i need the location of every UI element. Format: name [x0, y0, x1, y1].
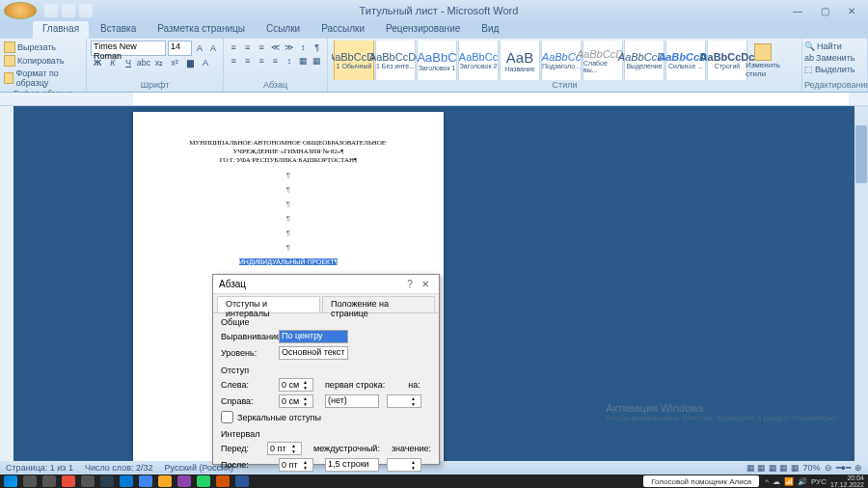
decrease-indent-button[interactable]: ≪	[269, 41, 281, 54]
increase-indent-button[interactable]: ≫	[284, 41, 295, 54]
style-title[interactable]: AaBНазвание	[500, 41, 540, 80]
first-line-select[interactable]: (нет)	[325, 394, 379, 408]
alice-assistant[interactable]: Голосовой помощник Алиса	[643, 475, 759, 487]
font-size-selector[interactable]: 14	[168, 41, 192, 56]
zoom-level[interactable]: 70%	[803, 463, 821, 473]
line-spacing-value-spinner[interactable]: ▲▼	[387, 458, 421, 472]
style-normal[interactable]: AaBbCcDd1 Обычный	[334, 41, 374, 80]
search-icon[interactable]	[23, 475, 37, 487]
line-spacing-select[interactable]: 1,5 строки	[325, 458, 379, 472]
style-heading2[interactable]: AaBbCcЗаголовок 2	[458, 41, 499, 80]
explorer-icon[interactable]	[158, 475, 172, 487]
style-strong[interactable]: AaBbCcDcСтрогий	[707, 41, 747, 80]
tab-position[interactable]: Положение на странице	[322, 296, 435, 312]
font-color-button[interactable]: A	[199, 56, 212, 69]
shading-button[interactable]: ▦	[297, 54, 309, 68]
minimize-button[interactable]: —	[785, 4, 810, 17]
format-painter-button[interactable]: Формат по образцу	[4, 68, 82, 89]
page-status[interactable]: Страница: 1 из 1	[6, 463, 73, 473]
vertical-scrollbar[interactable]	[854, 106, 868, 461]
clock[interactable]: 20:04 17.12.2022	[830, 474, 864, 488]
scrollbar-thumb[interactable]	[855, 125, 867, 183]
tray-up-icon[interactable]: ^	[765, 477, 769, 486]
replace-button[interactable]: abЗаменить	[804, 52, 865, 64]
underline-button[interactable]: Ч	[122, 56, 135, 69]
level-select[interactable]: Основной текст	[279, 346, 348, 360]
chrome-icon[interactable]	[139, 475, 152, 487]
style-heading1[interactable]: AaBbCЗаголовок 1	[417, 41, 457, 80]
align-right-button[interactable]: ≡	[256, 54, 267, 68]
taskbar-app-icon[interactable]	[100, 475, 114, 487]
copy-button[interactable]: Копировать	[4, 54, 82, 68]
whatsapp-icon[interactable]	[197, 475, 210, 487]
show-marks-button[interactable]: ¶	[312, 41, 323, 54]
tab-home[interactable]: Главная	[33, 21, 89, 39]
after-spacing-spinner[interactable]: ▲▼	[279, 458, 313, 472]
taskbar-app-icon[interactable]	[81, 475, 95, 487]
zoom-slider[interactable]: ━●━	[836, 463, 851, 473]
cut-button[interactable]: Вырезать	[4, 41, 82, 54]
document-viewport[interactable]: МУНИЦИПАЛЬНОЕ·АВТОНОМНОЕ·ОБЩЕОБРАЗОВАТЕЛ…	[14, 106, 868, 461]
numbering-button[interactable]: ≡	[241, 41, 253, 54]
subscript-button[interactable]: x₂	[152, 56, 166, 69]
tab-review[interactable]: Рецензирование	[376, 21, 470, 39]
align-center-button[interactable]: ≡	[241, 54, 253, 68]
tab-references[interactable]: Ссылки	[257, 21, 310, 39]
mirror-indents-checkbox[interactable]: Зеркальные отступы	[221, 411, 431, 423]
tab-mailings[interactable]: Рассылки	[312, 21, 374, 39]
taskbar-app-icon[interactable]	[62, 475, 75, 487]
select-button[interactable]: ⬚Выделить	[804, 64, 865, 75]
superscript-button[interactable]: x²	[168, 56, 181, 69]
undo-icon[interactable]	[62, 4, 75, 17]
onedrive-icon[interactable]: ☁	[773, 477, 780, 486]
tab-insert[interactable]: Вставка	[91, 21, 146, 39]
before-spacing-spinner[interactable]: ▲▼	[267, 442, 302, 455]
italic-button[interactable]: К	[106, 56, 120, 69]
right-indent-spinner[interactable]: ▲▼	[279, 394, 313, 408]
task-view-icon[interactable]	[42, 475, 56, 487]
dialog-close-button[interactable]: ✕	[418, 279, 433, 289]
grow-font-icon[interactable]: A	[194, 41, 205, 55]
dialog-help-button[interactable]: ?	[402, 279, 418, 289]
zoom-in-button[interactable]: ⊕	[854, 463, 862, 473]
alignment-select[interactable]: По центру	[279, 330, 348, 343]
highlight-button[interactable]: ▆	[183, 56, 197, 69]
office-button[interactable]	[4, 2, 37, 19]
redo-icon[interactable]	[79, 4, 93, 17]
maximize-button[interactable]: ▢	[812, 4, 837, 17]
left-indent-spinner[interactable]: ▲▼	[279, 378, 313, 392]
word-count[interactable]: Число слов: 2/32	[85, 463, 153, 473]
borders-button[interactable]: ▦	[312, 54, 323, 68]
style-subtle-emphasis[interactable]: AaBbCcDdСлабое вы...	[583, 41, 623, 80]
tab-indents[interactable]: Отступы и интервалы	[217, 296, 320, 312]
multilevel-button[interactable]: ≡	[256, 41, 267, 54]
vertical-ruler[interactable]	[0, 106, 14, 461]
sort-button[interactable]: ↕	[297, 41, 309, 54]
change-styles-button[interactable]: Изменить стили	[748, 43, 777, 78]
shrink-font-icon[interactable]: A	[207, 41, 219, 55]
style-subtitle[interactable]: AaBbCcПодзаголо...	[541, 41, 582, 80]
strike-button[interactable]: abc	[137, 56, 150, 69]
volume-icon[interactable]: 🔊	[798, 477, 807, 486]
wifi-icon[interactable]: 📶	[784, 477, 794, 486]
bullets-button[interactable]: ≡	[228, 41, 239, 54]
first-line-value-spinner[interactable]: ▲▼	[387, 394, 421, 408]
taskbar-app-icon[interactable]	[177, 475, 191, 487]
language-indicator[interactable]: РУС	[811, 477, 827, 486]
find-button[interactable]: 🔍Найти	[804, 41, 865, 52]
close-button[interactable]: ✕	[839, 4, 864, 17]
save-icon[interactable]	[44, 4, 58, 17]
align-left-button[interactable]: ≡	[228, 54, 239, 68]
dialog-titlebar[interactable]: Абзац ? ✕	[213, 275, 439, 294]
zoom-out-button[interactable]: ⊖	[825, 463, 832, 473]
tab-layout[interactable]: Разметка страницы	[148, 21, 255, 39]
bold-button[interactable]: Ж	[91, 56, 104, 69]
font-selector[interactable]: Times New Roman	[91, 41, 166, 56]
edge-icon[interactable]	[120, 475, 133, 487]
start-button[interactable]	[4, 475, 17, 487]
line-spacing-button[interactable]: ↕	[284, 54, 295, 68]
justify-button[interactable]: ≡	[269, 54, 281, 68]
tab-view[interactable]: Вид	[472, 21, 508, 39]
horizontal-ruler[interactable]	[0, 93, 868, 106]
view-buttons[interactable]: ▦ ▦ ▦ ▦ ▦	[746, 463, 800, 473]
